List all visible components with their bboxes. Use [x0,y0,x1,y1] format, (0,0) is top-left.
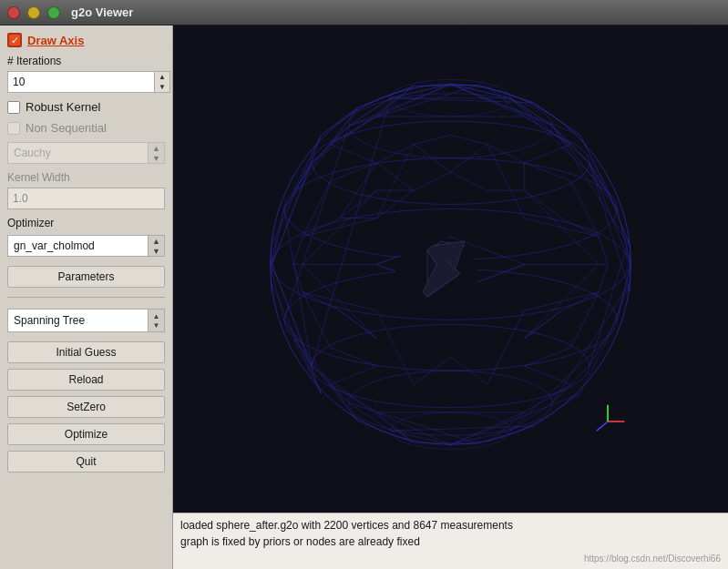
spanning-tree-dropdown[interactable]: Spanning Tree ▲ ▼ [7,309,165,332]
canvas-area[interactable] [173,25,728,513]
close-button[interactable] [7,6,20,19]
draw-axis-row: ✓ Draw Axis [7,33,165,47]
status-bar: loaded sphere_after.g2o with 2200 vertic… [173,513,728,569]
cauchy-arrow-icon: ▲ ▼ [148,143,164,163]
status-line1: loaded sphere_after.g2o with 2200 vertic… [180,517,721,533]
quit-button[interactable]: Quit [7,451,165,472]
minimize-button[interactable] [27,6,40,19]
reload-button[interactable]: Reload [7,369,165,391]
set-zero-button[interactable]: SetZero [7,396,165,418]
robust-kernel-label: Robust Kernel [26,100,100,114]
left-panel: ✓ Draw Axis # Iterations ▲ ▼ Robust Kern… [0,25,173,569]
optimize-button[interactable]: Optimize [7,423,165,445]
robust-kernel-row: Robust Kernel [7,100,165,114]
draw-axis-label[interactable]: Draw Axis [27,34,84,47]
spinbox-up[interactable]: ▲ [155,72,169,82]
maximize-button[interactable] [47,6,60,19]
sphere-visualization [173,25,728,513]
main-layout: ✓ Draw Axis # Iterations ▲ ▼ Robust Kern… [0,25,728,569]
optimizer-dropdown[interactable]: gn_var_cholmod ▲ ▼ [7,235,165,257]
kernel-width-label: Kernel Width [7,171,165,184]
iterations-label: # Iterations [7,55,165,67]
initial-guess-button[interactable]: Initial Guess [7,341,165,363]
cauchy-label: Cauchy [8,147,148,159]
optimizer-label: Optimizer [7,217,165,229]
window-title: g2o Viewer [71,5,133,19]
spinbox-arrows: ▲ ▼ [154,71,170,93]
iterations-input[interactable] [7,71,154,93]
divider1 [7,297,165,298]
spanning-tree-arrow-icon: ▲ ▼ [148,310,164,331]
optimizer-value: gn_var_cholmod [8,239,148,252]
status-line2: graph is fixed by priors or nodes are al… [180,533,721,550]
parameters-button[interactable]: Parameters [7,266,165,288]
spinbox-down[interactable]: ▼ [155,82,169,92]
robust-kernel-checkbox[interactable] [7,101,20,114]
watermark-text: https://blog.csdn.net/Discoverhi66 [180,552,721,565]
iterations-spinbox: ▲ ▼ [7,71,165,93]
non-sequential-checkbox[interactable] [7,122,20,135]
titlebar: g2o Viewer [0,0,728,25]
draw-axis-checkbox[interactable]: ✓ [7,33,22,47]
spanning-tree-value: Spanning Tree [8,314,148,327]
optimizer-arrow-icon: ▲ ▼ [148,236,164,256]
cauchy-dropdown[interactable]: Cauchy ▲ ▼ [7,142,165,164]
non-sequential-label: Non Sequential [26,121,107,135]
non-sequential-row: Non Sequential [7,121,165,135]
right-panel: loaded sphere_after.g2o with 2200 vertic… [173,25,728,569]
kernel-width-input [7,188,165,209]
